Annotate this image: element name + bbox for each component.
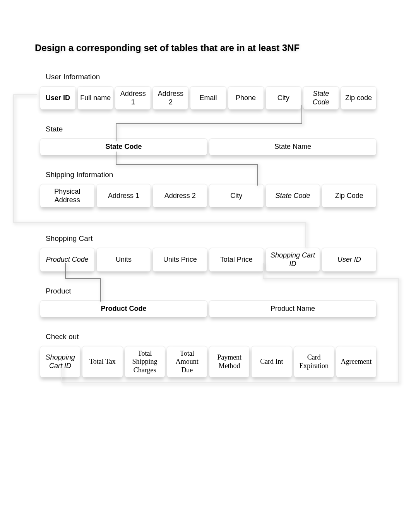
cart-col-tprice: Total Price <box>209 248 264 271</box>
user-col-zip: Zip code <box>341 87 376 109</box>
product-label: Product <box>46 287 376 295</box>
user-col-phone: Phone <box>228 87 264 109</box>
cart-col-prodcode: Product Code <box>40 248 94 271</box>
cart-col-units: Units <box>97 248 151 271</box>
checkout-label: Check out <box>46 332 376 341</box>
product-table: Product Code Product Name <box>35 301 376 317</box>
user-col-email: Email <box>190 87 226 109</box>
checkout-col-agree: Agreement <box>336 346 376 378</box>
shipping-col-addr2: Address 2 <box>153 184 207 207</box>
cart-label: Shopping Cart <box>46 234 376 243</box>
checkout-table: Shopping Cart ID Total Tax Total Shippin… <box>35 346 376 378</box>
user-col-statecode: State Code <box>303 87 339 109</box>
user-col-fullname: Full name <box>78 87 113 109</box>
checkout-col-cardexp: Card Expiration <box>294 346 334 378</box>
state-table: State Code State Name <box>35 139 376 155</box>
user-col-userid: User ID <box>40 87 75 109</box>
checkout-col-cardint: Card Int <box>252 346 291 378</box>
shipping-col-city: City <box>209 184 264 207</box>
checkout-col-shipchg: Total Shipping Charges <box>125 346 165 378</box>
checkout-col-cartid: Shopping Cart ID <box>40 346 80 378</box>
product-col-name: Product Name <box>209 301 376 317</box>
shipping-label: Shipping Information <box>46 171 376 179</box>
product-col-code: Product Code <box>40 301 207 317</box>
user-col-city: City <box>266 87 301 109</box>
page: Design a corresponding set of tables tha… <box>0 0 411 377</box>
shipping-table: Physical Address Address 1 Address 2 Cit… <box>35 184 376 207</box>
state-label: State <box>46 125 376 133</box>
cart-col-uprice: Units Price <box>153 248 207 271</box>
state-col-code: State Code <box>40 139 207 155</box>
page-title: Design a corresponding set of tables tha… <box>35 43 376 53</box>
user-table: User ID Full name Address 1 Address 2 Em… <box>35 87 376 109</box>
user-col-addr1: Address 1 <box>115 87 151 109</box>
shipping-col-physaddr: Physical Address <box>40 184 94 207</box>
checkout-col-tax: Total Tax <box>82 346 122 378</box>
checkout-col-paymeth: Payment Method <box>209 346 249 378</box>
checkout-col-amtdue: Total Amount Due <box>167 346 207 378</box>
cart-table: Product Code Units Units Price Total Pri… <box>35 248 376 271</box>
shipping-col-addr1: Address 1 <box>97 184 151 207</box>
cart-col-cartid: Shopping Cart ID <box>266 248 320 271</box>
shipping-col-zip: Zip Code <box>322 184 376 207</box>
state-col-name: State Name <box>209 139 376 155</box>
shipping-col-state: State Code <box>266 184 320 207</box>
user-col-addr2: Address 2 <box>153 87 188 109</box>
cart-col-userid: User ID <box>322 248 376 271</box>
user-label: User Information <box>46 73 376 81</box>
